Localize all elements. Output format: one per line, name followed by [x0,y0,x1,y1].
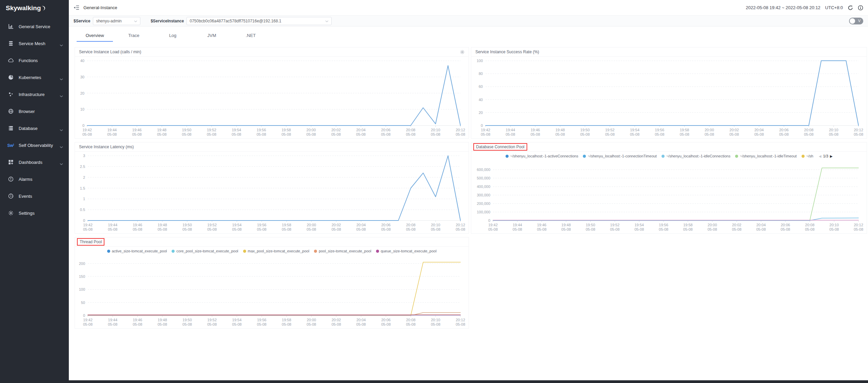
toggle-label: V [858,19,861,23]
svg-text:3: 3 [83,154,85,158]
legend-item[interactable]: active_size-tomcat_execute_pool [107,249,167,253]
svg-text:05-08: 05-08 [207,322,217,326]
svg-text:05-08: 05-08 [381,227,391,231]
legend-prev-icon[interactable]: ◀ [819,154,822,158]
chart-title-annotated: Database Connection Pool [473,143,527,151]
svg-text:2.5: 2.5 [80,165,85,169]
legend-item[interactable]: ~/shenyu_localhost:-1-idleConnections [662,154,730,158]
svg-text:200,000: 200,000 [477,202,490,206]
globe-icon [8,109,14,114]
app-logo-text: Skywalking [6,4,41,12]
view-mode-toggle[interactable]: V [849,18,863,24]
sidebar-item-general-service[interactable]: General Service [0,18,69,35]
svg-text:19:52: 19:52 [610,223,620,227]
svg-text:19:44: 19:44 [506,128,515,132]
sidebar-item-dashboards[interactable]: Dashboards [0,154,69,171]
svg-text:20:04: 20:04 [356,318,366,322]
svg-text:40: 40 [479,98,483,102]
service-select[interactable]: shenyu-admin [93,17,140,25]
svg-text:20:06: 20:06 [781,223,790,227]
svg-text:20: 20 [479,111,483,115]
collapse-sidebar-icon[interactable] [74,5,79,10]
svg-text:19:42: 19:42 [82,128,92,132]
cloud-icon [8,58,14,63]
sidebar-item-alarms[interactable]: Alarms [0,171,69,188]
legend-item[interactable]: ~/shenyu_localhost:-1-idleTimeout [735,154,796,158]
svg-text:05-08: 05-08 [132,132,142,136]
svg-text:1.5: 1.5 [80,186,85,190]
time-range-picker[interactable]: 2022-05-08 19:42 ~ 2022-05-08 20:12 [746,5,821,10]
widget-settings-icon[interactable] [460,50,465,54]
tab-log[interactable]: Log [153,30,192,42]
svg-text:05-08: 05-08 [182,227,192,231]
svg-text:20:10: 20:10 [431,223,440,227]
legend-dot-icon [802,155,805,158]
svg-text:80: 80 [479,72,483,76]
svg-text:20:02: 20:02 [732,223,742,227]
service-instance-select[interactable]: 0750bcb0c06a4877ac578dff7510716e@192.168… [186,17,332,25]
svg-text:05-08: 05-08 [356,322,366,326]
topbar-right: 2022-05-08 19:42 ~ 2022-05-08 20:12 UTC+… [746,5,864,11]
svg-text:05-08: 05-08 [431,132,440,136]
svg-text:05-08: 05-08 [513,227,522,231]
bottom-bar [0,380,868,383]
chart-title: Service Instance Latency (ms) [79,145,134,149]
svg-text:05-08: 05-08 [108,322,117,326]
svg-text:20:08: 20:08 [406,318,416,322]
sidebar-item-label: Events [19,194,32,199]
svg-text:05-08: 05-08 [804,132,813,136]
legend-item[interactable]: ~/shenyu_localhost:-1-connectionTimeout [583,154,657,158]
svg-text:20:06: 20:06 [381,223,391,227]
svg-text:20:06: 20:06 [779,128,789,132]
svg-text:100: 100 [477,59,483,63]
sidebar-item-label: General Service [19,24,50,29]
svg-text:0.5: 0.5 [80,208,85,212]
svg-text:19:48: 19:48 [158,223,167,227]
sidebar-item-functions[interactable]: Functions [0,52,69,69]
legend-item[interactable]: pool_size-tomcat_execute_pool [314,249,371,253]
svg-text:05-08: 05-08 [488,227,498,231]
sidebar-item-database[interactable]: Database [0,120,69,137]
svg-text:05-08: 05-08 [232,132,241,136]
sidebar-item-kubernetes[interactable]: Kubernetes [0,69,69,86]
refresh-icon[interactable] [848,5,853,11]
sidebar-item-settings[interactable]: Settings [0,205,69,222]
svg-text:500,000: 500,000 [477,176,490,180]
database-connection-pool-card: Database Connection Pool ~/shenyu_localh… [471,142,867,234]
kubernetes-icon [8,75,14,80]
sidebar-item-self-observability[interactable]: Sw)Self Observability [0,137,69,154]
sidebar-item-events[interactable]: Events [0,188,69,205]
svg-text:05-08: 05-08 [754,132,764,136]
legend-item[interactable]: ~/shenyu_localhost:-1-activeConnections [506,154,578,158]
legend-item[interactable]: max_pool_size-tomcat_execute_pool [243,249,310,253]
svg-text:19:54: 19:54 [232,318,242,322]
legend-item[interactable]: queue_size-tomcat_execute_pool [376,249,437,253]
svg-text:20:04: 20:04 [756,223,766,227]
tab-jvm[interactable]: JVM [192,30,231,42]
tab-overview[interactable]: Overview [75,30,114,42]
svg-text:05-08: 05-08 [406,132,415,136]
legend-item[interactable]: ~/sh [802,154,813,158]
crescent-icon [41,5,45,11]
info-icon[interactable] [858,5,863,11]
svg-text:0: 0 [481,123,483,128]
database-connection-pool-chart: 600,000500,000400,000300,000200,000100,0… [471,160,867,233]
page-title: General-Instance [83,5,117,10]
sidebar-item-browser[interactable]: Browser [0,103,69,120]
svg-text:05-08: 05-08 [281,132,291,136]
chevron-down-icon [60,161,63,166]
sidebar-item-service-mesh[interactable]: Service Mesh [0,35,69,52]
svg-text:19:50: 19:50 [586,223,595,227]
svg-text:05-08: 05-08 [829,132,839,136]
sidebar-item-label: Alarms [19,177,32,182]
svg-text:19:52: 19:52 [605,128,615,132]
tab-net[interactable]: .NET [231,30,270,42]
legend-next-icon[interactable]: ▶ [830,154,833,158]
sidebar-item-infrastructure[interactable]: Infrastructure [0,86,69,103]
svg-text:20:12: 20:12 [854,223,863,227]
svg-text:20:12: 20:12 [456,318,465,322]
app-root: Skywalking General ServiceService MeshFu… [0,0,868,380]
svg-text:19:46: 19:46 [133,223,142,227]
tab-trace[interactable]: Trace [114,30,153,42]
legend-item[interactable]: core_pool_size-tomcat_execute_pool [172,249,238,253]
